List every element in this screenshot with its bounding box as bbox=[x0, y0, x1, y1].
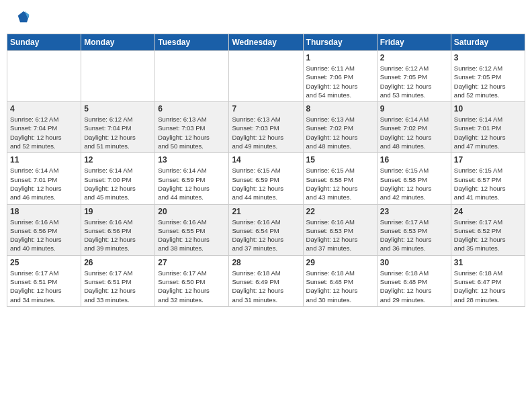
day-header-sunday: Sunday bbox=[7, 34, 81, 51]
calendar-cell: 16Sunrise: 6:15 AM Sunset: 6:58 PM Dayli… bbox=[377, 153, 451, 204]
day-number: 3 bbox=[454, 53, 522, 62]
calendar-cell: 14Sunrise: 6:15 AM Sunset: 6:59 PM Dayli… bbox=[229, 153, 303, 204]
calendar-cell bbox=[7, 51, 81, 102]
day-info: Sunrise: 6:14 AM Sunset: 7:02 PM Dayligh… bbox=[380, 115, 448, 150]
day-number: 14 bbox=[232, 155, 300, 165]
day-info: Sunrise: 6:17 AM Sunset: 6:51 PM Dayligh… bbox=[10, 269, 78, 304]
day-number: 8 bbox=[306, 104, 374, 113]
day-info: Sunrise: 6:14 AM Sunset: 7:01 PM Dayligh… bbox=[10, 166, 78, 201]
day-number: 21 bbox=[232, 207, 300, 216]
logo-icon bbox=[17, 10, 30, 24]
calendar-week-row: 18Sunrise: 6:16 AM Sunset: 6:56 PM Dayli… bbox=[7, 204, 525, 255]
day-number: 11 bbox=[10, 155, 78, 165]
day-number: 10 bbox=[454, 104, 522, 113]
calendar-cell: 12Sunrise: 6:14 AM Sunset: 7:00 PM Dayli… bbox=[81, 153, 155, 204]
day-number: 7 bbox=[232, 104, 300, 113]
day-number: 26 bbox=[84, 258, 152, 267]
calendar-cell: 7Sunrise: 6:13 AM Sunset: 7:03 PM Daylig… bbox=[229, 102, 303, 153]
day-info: Sunrise: 6:18 AM Sunset: 6:49 PM Dayligh… bbox=[232, 269, 300, 304]
day-info: Sunrise: 6:12 AM Sunset: 7:05 PM Dayligh… bbox=[380, 64, 448, 99]
calendar-cell: 20Sunrise: 6:16 AM Sunset: 6:55 PM Dayli… bbox=[155, 204, 229, 255]
day-number: 27 bbox=[158, 258, 226, 267]
logo bbox=[13, 10, 30, 24]
day-info: Sunrise: 6:16 AM Sunset: 6:56 PM Dayligh… bbox=[10, 218, 78, 253]
day-number: 9 bbox=[380, 104, 448, 113]
calendar-week-row: 25Sunrise: 6:17 AM Sunset: 6:51 PM Dayli… bbox=[7, 255, 525, 306]
calendar-cell: 27Sunrise: 6:17 AM Sunset: 6:50 PM Dayli… bbox=[155, 255, 229, 306]
day-info: Sunrise: 6:16 AM Sunset: 6:54 PM Dayligh… bbox=[232, 218, 300, 253]
day-number: 12 bbox=[84, 155, 152, 165]
day-number: 13 bbox=[158, 155, 226, 165]
day-number: 17 bbox=[454, 155, 522, 165]
calendar-cell: 10Sunrise: 6:14 AM Sunset: 7:01 PM Dayli… bbox=[451, 102, 525, 153]
calendar-cell: 30Sunrise: 6:18 AM Sunset: 6:48 PM Dayli… bbox=[377, 255, 451, 306]
day-info: Sunrise: 6:18 AM Sunset: 6:47 PM Dayligh… bbox=[454, 269, 522, 304]
calendar-cell: 23Sunrise: 6:17 AM Sunset: 6:53 PM Dayli… bbox=[377, 204, 451, 255]
day-header-friday: Friday bbox=[377, 34, 451, 51]
day-info: Sunrise: 6:15 AM Sunset: 6:58 PM Dayligh… bbox=[380, 166, 448, 201]
calendar-cell: 2Sunrise: 6:12 AM Sunset: 7:05 PM Daylig… bbox=[377, 51, 451, 102]
day-info: Sunrise: 6:13 AM Sunset: 7:03 PM Dayligh… bbox=[158, 115, 226, 150]
calendar-cell: 11Sunrise: 6:14 AM Sunset: 7:01 PM Dayli… bbox=[7, 153, 81, 204]
day-info: Sunrise: 6:13 AM Sunset: 7:02 PM Dayligh… bbox=[306, 115, 374, 150]
day-info: Sunrise: 6:16 AM Sunset: 6:55 PM Dayligh… bbox=[158, 218, 226, 253]
day-info: Sunrise: 6:14 AM Sunset: 7:01 PM Dayligh… bbox=[454, 115, 522, 150]
calendar-week-row: 1Sunrise: 6:11 AM Sunset: 7:06 PM Daylig… bbox=[7, 51, 525, 102]
calendar-cell: 18Sunrise: 6:16 AM Sunset: 6:56 PM Dayli… bbox=[7, 204, 81, 255]
day-number: 31 bbox=[454, 258, 522, 267]
day-info: Sunrise: 6:11 AM Sunset: 7:06 PM Dayligh… bbox=[306, 64, 374, 99]
calendar-cell: 17Sunrise: 6:15 AM Sunset: 6:57 PM Dayli… bbox=[451, 153, 525, 204]
day-number: 28 bbox=[232, 258, 300, 267]
day-number: 6 bbox=[158, 104, 226, 113]
day-info: Sunrise: 6:16 AM Sunset: 6:53 PM Dayligh… bbox=[306, 218, 374, 253]
day-number: 25 bbox=[10, 258, 78, 267]
day-number: 19 bbox=[84, 207, 152, 216]
day-info: Sunrise: 6:14 AM Sunset: 6:59 PM Dayligh… bbox=[158, 166, 226, 201]
calendar-week-row: 4Sunrise: 6:12 AM Sunset: 7:04 PM Daylig… bbox=[7, 102, 525, 153]
calendar-cell: 22Sunrise: 6:16 AM Sunset: 6:53 PM Dayli… bbox=[303, 204, 377, 255]
day-info: Sunrise: 6:15 AM Sunset: 6:57 PM Dayligh… bbox=[454, 166, 522, 201]
calendar-header: SundayMondayTuesdayWednesdayThursdayFrid… bbox=[7, 34, 525, 51]
day-number: 4 bbox=[10, 104, 78, 113]
day-info: Sunrise: 6:15 AM Sunset: 6:59 PM Dayligh… bbox=[232, 166, 300, 201]
day-number: 23 bbox=[380, 207, 448, 216]
day-number: 1 bbox=[306, 53, 374, 62]
calendar-cell: 29Sunrise: 6:18 AM Sunset: 6:48 PM Dayli… bbox=[303, 255, 377, 306]
calendar-body: 1Sunrise: 6:11 AM Sunset: 7:06 PM Daylig… bbox=[7, 51, 525, 307]
day-header-tuesday: Tuesday bbox=[155, 34, 229, 51]
day-info: Sunrise: 6:13 AM Sunset: 7:03 PM Dayligh… bbox=[232, 115, 300, 150]
calendar-cell: 24Sunrise: 6:17 AM Sunset: 6:52 PM Dayli… bbox=[451, 204, 525, 255]
day-header-monday: Monday bbox=[81, 34, 155, 51]
calendar-cell: 13Sunrise: 6:14 AM Sunset: 6:59 PM Dayli… bbox=[155, 153, 229, 204]
calendar-cell: 19Sunrise: 6:16 AM Sunset: 6:56 PM Dayli… bbox=[81, 204, 155, 255]
day-info: Sunrise: 6:16 AM Sunset: 6:56 PM Dayligh… bbox=[84, 218, 152, 253]
day-info: Sunrise: 6:17 AM Sunset: 6:53 PM Dayligh… bbox=[380, 218, 448, 253]
day-info: Sunrise: 6:12 AM Sunset: 7:04 PM Dayligh… bbox=[84, 115, 152, 150]
day-number: 5 bbox=[84, 104, 152, 113]
day-info: Sunrise: 6:14 AM Sunset: 7:00 PM Dayligh… bbox=[84, 166, 152, 201]
day-number: 20 bbox=[158, 207, 226, 216]
calendar-table: SundayMondayTuesdayWednesdayThursdayFrid… bbox=[7, 34, 525, 307]
day-number: 30 bbox=[380, 258, 448, 267]
day-header-saturday: Saturday bbox=[451, 34, 525, 51]
day-info: Sunrise: 6:18 AM Sunset: 6:48 PM Dayligh… bbox=[380, 269, 448, 304]
day-number: 2 bbox=[380, 53, 448, 62]
calendar-cell: 28Sunrise: 6:18 AM Sunset: 6:49 PM Dayli… bbox=[229, 255, 303, 306]
calendar-cell bbox=[155, 51, 229, 102]
calendar-week-row: 11Sunrise: 6:14 AM Sunset: 7:01 PM Dayli… bbox=[7, 153, 525, 204]
day-info: Sunrise: 6:18 AM Sunset: 6:48 PM Dayligh… bbox=[306, 269, 374, 304]
calendar-cell: 21Sunrise: 6:16 AM Sunset: 6:54 PM Dayli… bbox=[229, 204, 303, 255]
day-info: Sunrise: 6:17 AM Sunset: 6:51 PM Dayligh… bbox=[84, 269, 152, 304]
calendar-cell bbox=[81, 51, 155, 102]
days-of-week-row: SundayMondayTuesdayWednesdayThursdayFrid… bbox=[7, 34, 525, 51]
day-info: Sunrise: 6:12 AM Sunset: 7:04 PM Dayligh… bbox=[10, 115, 78, 150]
day-info: Sunrise: 6:15 AM Sunset: 6:58 PM Dayligh… bbox=[306, 166, 374, 201]
day-header-thursday: Thursday bbox=[303, 34, 377, 51]
calendar-cell: 4Sunrise: 6:12 AM Sunset: 7:04 PM Daylig… bbox=[7, 102, 81, 153]
calendar-cell: 15Sunrise: 6:15 AM Sunset: 6:58 PM Dayli… bbox=[303, 153, 377, 204]
day-number: 22 bbox=[306, 207, 374, 216]
calendar-cell: 8Sunrise: 6:13 AM Sunset: 7:02 PM Daylig… bbox=[303, 102, 377, 153]
day-info: Sunrise: 6:17 AM Sunset: 6:52 PM Dayligh… bbox=[454, 218, 522, 253]
day-number: 29 bbox=[306, 258, 374, 267]
calendar-cell: 6Sunrise: 6:13 AM Sunset: 7:03 PM Daylig… bbox=[155, 102, 229, 153]
